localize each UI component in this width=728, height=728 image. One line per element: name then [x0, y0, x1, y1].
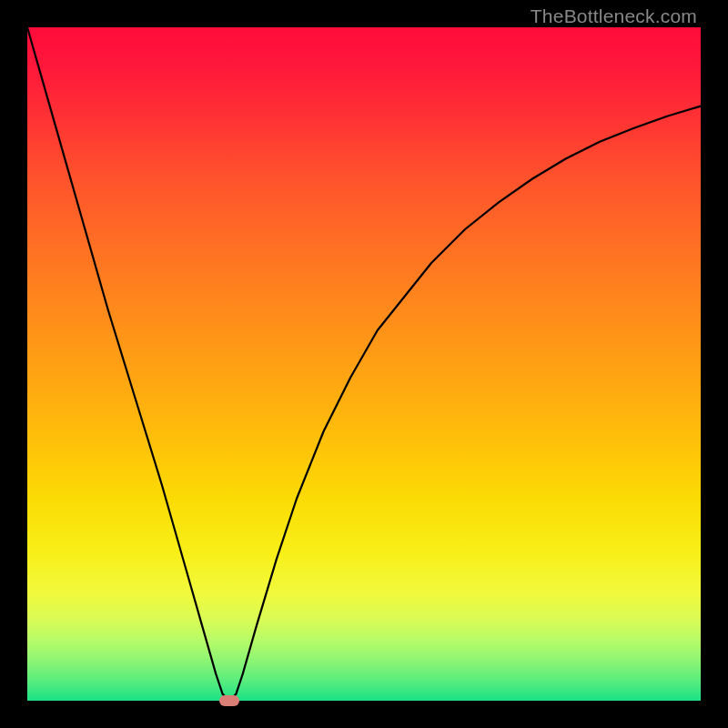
plot-area	[27, 27, 701, 701]
chart-frame: TheBottleneck.com	[0, 0, 728, 728]
min-marker	[219, 695, 239, 706]
curve-svg	[27, 27, 701, 701]
watermark-text: TheBottleneck.com	[531, 5, 697, 27]
bottleneck-curve-path	[27, 27, 701, 701]
